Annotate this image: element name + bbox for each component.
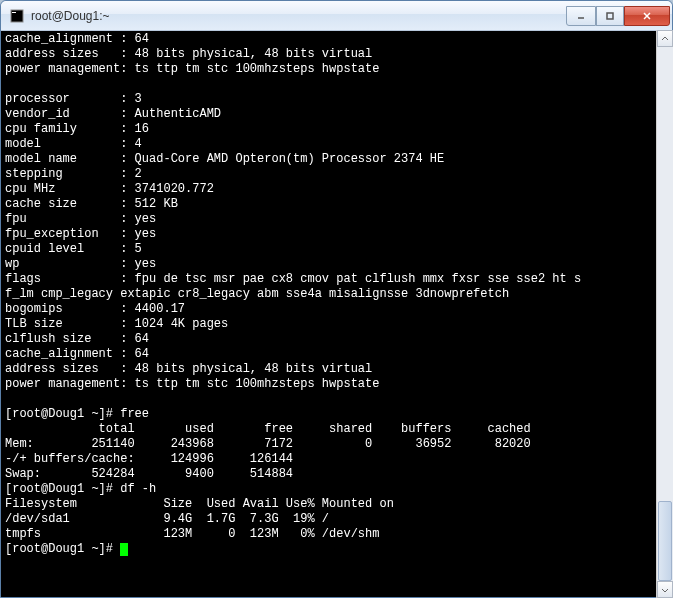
window-controls	[566, 6, 670, 26]
scroll-down-button[interactable]	[657, 581, 673, 598]
svg-rect-3	[607, 13, 613, 19]
svg-rect-0	[11, 10, 23, 22]
terminal-icon	[9, 8, 25, 24]
terminal-text: cache_alignment : 64 address sizes : 48 …	[5, 32, 581, 541]
terminal-output[interactable]: cache_alignment : 64 address sizes : 48 …	[1, 31, 672, 597]
close-button[interactable]	[624, 6, 670, 26]
cursor	[120, 543, 128, 556]
minimize-button[interactable]	[566, 6, 596, 26]
vertical-scrollbar[interactable]	[656, 30, 673, 598]
scrollbar-thumb[interactable]	[658, 501, 672, 581]
svg-rect-1	[12, 12, 16, 13]
terminal-window: root@Doug1:~ cache_alignment : 64 addres…	[0, 0, 673, 598]
window-title: root@Doug1:~	[31, 9, 566, 23]
terminal-prompt: [root@Doug1 ~]#	[5, 542, 120, 556]
titlebar[interactable]: root@Doug1:~	[1, 1, 672, 31]
scrollbar-track[interactable]	[657, 47, 673, 581]
maximize-button[interactable]	[596, 6, 624, 26]
scroll-up-button[interactable]	[657, 30, 673, 47]
